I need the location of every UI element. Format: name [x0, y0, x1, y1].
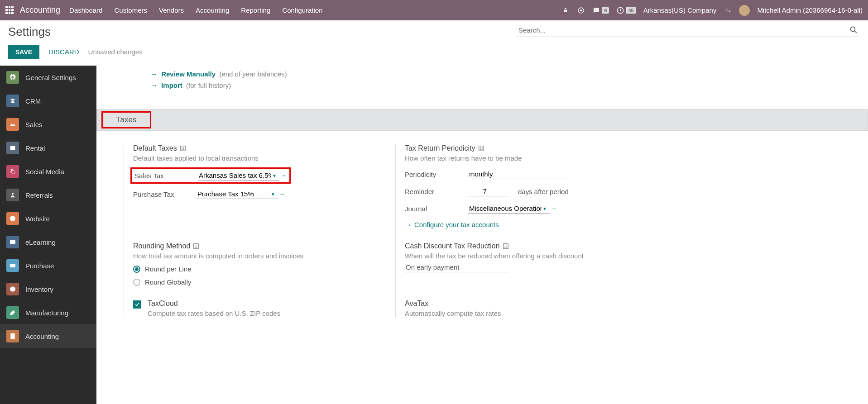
settings-content: → Review Manually (end of year balances)… [96, 66, 868, 404]
sidebar-item-label: Accounting [25, 333, 59, 340]
app-icon [6, 189, 19, 201]
purchase-tax-select[interactable] [197, 189, 278, 199]
chat-icon [592, 6, 600, 14]
sidebar-item-label: Referrals [25, 191, 53, 199]
svg-point-6 [12, 193, 14, 195]
app-icon [6, 236, 19, 248]
app-icon [6, 118, 19, 131]
tools-icon[interactable] [724, 6, 732, 14]
tax-return-desc: How often tax returns have to be made [405, 154, 850, 162]
sidebar-item-elearning[interactable]: eLearning [0, 230, 96, 254]
purchase-tax-open-icon[interactable]: → [279, 190, 285, 198]
arrow-right-icon: → [151, 70, 158, 78]
menu-configuration[interactable]: Configuration [282, 6, 322, 14]
sidebar-item-rental[interactable]: Rental [0, 136, 96, 160]
sidebar-item-label: Sales [25, 121, 43, 128]
round-per-line-radio[interactable]: Round per Line [133, 265, 377, 273]
highlight-sales-tax: Sales Tax ▼ → [130, 167, 291, 184]
search-icon[interactable] [849, 25, 858, 34]
messages-badge: 9 [602, 7, 609, 14]
user-menu[interactable]: Mitchell Admin (20366964-16-0-all) [757, 6, 863, 14]
check-icon [134, 302, 140, 307]
app-icon [6, 165, 19, 178]
taxcloud-title: TaxCloud [148, 299, 178, 308]
app-icon [6, 330, 19, 342]
sidebar-item-manufacturing[interactable]: Manufacturing [0, 301, 96, 324]
sidebar-item-sales[interactable]: Sales [0, 113, 96, 136]
messages-button[interactable]: 9 [592, 6, 609, 14]
menu-dashboard[interactable]: Dashboard [69, 6, 102, 14]
save-button[interactable]: SAVE [8, 45, 39, 59]
activities-badge: 46 [626, 7, 636, 14]
periodicity-select[interactable] [468, 169, 568, 179]
arrow-right-icon: → [405, 221, 412, 228]
default-taxes-desc: Default taxes applied to local transacti… [133, 154, 377, 162]
import-link[interactable]: → Import (for full history) [96, 80, 868, 91]
settings-sidebar: General SettingsCRMSalesRentalSocial Med… [0, 66, 96, 404]
sidebar-item-social-media[interactable]: Social Media [0, 160, 96, 183]
sidebar-item-label: Social Media [25, 168, 64, 176]
unsaved-indicator: Unsaved changes [88, 48, 143, 56]
svg-point-3 [850, 27, 855, 31]
action-buttons: SAVE DISCARD Unsaved changes [0, 39, 868, 66]
control-panel: Settings [0, 20, 868, 39]
reminder-input[interactable] [468, 186, 509, 196]
round-globally-radio[interactable]: Round Globally [133, 278, 377, 286]
radio-icon [133, 279, 140, 286]
arrow-right-icon: → [151, 81, 158, 89]
app-icon [6, 71, 19, 84]
journal-open-icon[interactable]: → [551, 205, 557, 212]
sales-tax-select[interactable] [198, 171, 279, 181]
journal-select[interactable] [468, 204, 550, 214]
radio-icon [133, 266, 140, 273]
menu-vendors[interactable]: Vendors [159, 6, 184, 14]
journal-label: Journal [405, 205, 459, 213]
sidebar-item-crm[interactable]: CRM [0, 89, 96, 113]
activities-button[interactable]: 46 [616, 6, 636, 14]
sidebar-item-label: eLearning [25, 238, 56, 246]
periodicity-label: Periodicity [405, 171, 459, 178]
menu-accounting[interactable]: Accounting [196, 6, 229, 14]
menu-reporting[interactable]: Reporting [241, 6, 270, 14]
svg-rect-11 [10, 333, 14, 339]
configure-tax-accounts-link[interactable]: → Configure your tax accounts [405, 221, 499, 228]
sidebar-item-inventory[interactable]: Inventory [0, 277, 96, 301]
taxcloud-desc: Compute tax rates based on U.S. ZIP code… [148, 309, 377, 317]
company-switcher[interactable]: Arkansas(US) Company [643, 6, 717, 14]
cash-discount-value[interactable]: On early payment [405, 262, 509, 272]
sidebar-item-label: Manufacturing [25, 309, 68, 317]
avatax-title: AvaTax [405, 299, 428, 308]
sidebar-item-label: Website [25, 215, 50, 223]
search-input[interactable] [516, 24, 860, 37]
menu-customers[interactable]: Customers [114, 6, 147, 14]
review-manually-link[interactable]: → Review Manually (end of year balances) [96, 68, 868, 80]
svg-rect-10 [10, 264, 15, 267]
sales-tax-open-icon[interactable]: → [280, 172, 287, 179]
bug-icon[interactable] [561, 6, 570, 14]
discard-button[interactable]: DISCARD [44, 44, 84, 59]
highlight-taxes: Taxes [101, 111, 151, 128]
purchase-tax-label: Purchase Tax [133, 190, 187, 198]
apps-icon[interactable] [5, 6, 14, 14]
svg-point-1 [580, 9, 582, 11]
taxcloud-checkbox[interactable] [133, 300, 141, 309]
sidebar-item-general-settings[interactable]: General Settings [0, 66, 96, 89]
svg-point-5 [11, 170, 15, 174]
building-icon [193, 243, 199, 249]
avatax-desc: Automatically compute tax rates [405, 309, 850, 317]
sidebar-item-website[interactable]: Website [0, 207, 96, 230]
brand[interactable]: Accounting [20, 5, 60, 15]
app-icon [6, 212, 19, 225]
sidebar-item-accounting[interactable]: Accounting [0, 324, 96, 348]
svg-rect-15 [503, 244, 508, 249]
sidebar-item-label: CRM [25, 97, 41, 105]
sidebar-item-purchase[interactable]: Purchase [0, 254, 96, 277]
app-icon [6, 142, 19, 154]
avatar[interactable] [739, 5, 750, 16]
building-icon [478, 145, 484, 152]
section-taxes: Taxes [96, 109, 868, 131]
svg-rect-12 [180, 146, 185, 151]
app-icon [6, 306, 19, 319]
sidebar-item-referrals[interactable]: Referrals [0, 183, 96, 207]
support-icon[interactable] [577, 6, 585, 14]
